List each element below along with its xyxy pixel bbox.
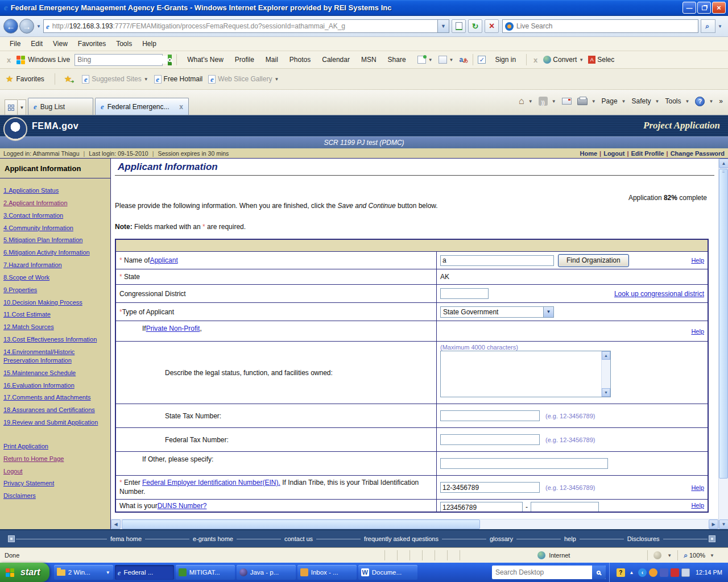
tray-display-icon[interactable]: [681, 568, 690, 577]
home-icon[interactable]: ⌂: [519, 96, 524, 106]
disclaimers-link[interactable]: Disclaimers: [3, 492, 107, 500]
fema-brand[interactable]: FEMA.gov: [32, 121, 78, 131]
footer-glossary-link[interactable]: glossary: [487, 535, 515, 542]
zoom-dropdown[interactable]: ▼: [710, 553, 714, 558]
minimize-button[interactable]: —: [682, 2, 696, 14]
quick-tabs-button[interactable]: [5, 99, 18, 115]
web-slice-gallery-link[interactable]: Web Slice Gallery: [218, 75, 272, 83]
find-organization-button[interactable]: Find Organization: [558, 254, 629, 267]
suggested-sites-dropdown[interactable]: ▼: [144, 77, 148, 82]
search-desktop-input[interactable]: [492, 568, 592, 576]
logout-link[interactable]: Logout: [3, 467, 107, 476]
tools-menu[interactable]: Tools▼: [665, 97, 689, 105]
web-slice-dropdown[interactable]: ▼: [274, 77, 279, 82]
compatibility-view-button[interactable]: [452, 19, 466, 33]
toolbar-close-icon-2[interactable]: x: [533, 56, 537, 64]
live-search-box[interactable]: [502, 19, 698, 33]
nav-logout-link[interactable]: Logout: [603, 150, 624, 157]
form-fill-icon[interactable]: ✓: [478, 56, 486, 64]
restore-button[interactable]: [697, 2, 711, 14]
link-whats-new[interactable]: What's New: [181, 56, 229, 64]
tray-help-icon[interactable]: ?: [617, 568, 625, 577]
tab-bug-list[interactable]: e Bug List: [28, 98, 93, 115]
help-link[interactable]: Help: [691, 484, 704, 491]
refresh-button[interactable]: ↻: [468, 19, 482, 33]
map-icon[interactable]: [417, 56, 426, 64]
scroll-right-icon[interactable]: ▶: [709, 519, 718, 529]
bing-search-box[interactable]: [75, 54, 163, 66]
protected-mode-dropdown[interactable]: ▼: [667, 553, 672, 558]
live-search-input[interactable]: [516, 22, 696, 30]
translate-icon[interactable]: aあ: [459, 56, 468, 64]
menu-edit[interactable]: Edit: [26, 38, 48, 49]
stop-button[interactable]: ×: [485, 19, 499, 33]
congressional-district-input[interactable]: [440, 288, 489, 299]
state-tax-input[interactable]: [440, 410, 540, 421]
tray-bluetooth-icon[interactable]: [671, 568, 679, 577]
free-hotmail-link[interactable]: Free Hotmail: [164, 75, 203, 83]
legal-status-textarea[interactable]: ▲ ▼: [440, 351, 611, 397]
search-desktop-box[interactable]: [492, 566, 606, 579]
close-button[interactable]: ×: [712, 2, 726, 14]
link-share[interactable]: Share: [382, 56, 412, 64]
feeds-icon[interactable]: )): [539, 97, 548, 106]
back-button[interactable]: ←: [3, 19, 18, 34]
sidebar-item-mitigation-plan[interactable]: 5.Mitigation Plan Information: [3, 236, 107, 244]
footer-egrants-home-link[interactable]: e-grants home: [191, 535, 235, 542]
sidebar-item-applicant-information[interactable]: 2.Applicant Information: [3, 199, 107, 207]
sidebar-item-mitigation-activity[interactable]: 6.Mitigation Activity Information: [3, 248, 107, 257]
tray-network-icon[interactable]: [660, 568, 668, 577]
taskbar-item-java[interactable]: Java - p...: [237, 565, 296, 580]
select-label[interactable]: Selec: [597, 56, 614, 64]
scroll-up-icon[interactable]: ▲: [719, 159, 728, 168]
sidebar-item-cost-effectiveness[interactable]: 13.Cost Effectiveness Information: [3, 335, 107, 344]
windows-live-label[interactable]: Windows Live: [28, 56, 70, 64]
toolbar-overflow-chevron[interactable]: »: [719, 97, 723, 105]
map-dropdown[interactable]: ▼: [428, 57, 433, 63]
menu-favorites[interactable]: Favorites: [73, 38, 111, 49]
sidebar-item-evaluation-information[interactable]: 16.Evaluation Information: [3, 381, 107, 390]
footer-help-link[interactable]: help: [562, 535, 578, 542]
sidebar-item-application-status[interactable]: 1.Application Status: [3, 186, 107, 195]
return-home-link[interactable]: Return to Home Page: [3, 455, 107, 463]
sidebar-item-cost-estimate[interactable]: 11.Cost Estimate: [3, 310, 107, 319]
taskbar-group-windows[interactable]: 2 Win... ▼: [54, 565, 113, 580]
nav-home-link[interactable]: Home: [580, 150, 598, 157]
scroll-down-icon[interactable]: ▼: [719, 519, 728, 529]
sidebar-item-decision-making[interactable]: 10.Decision Making Process: [3, 298, 107, 307]
taskbar-item-ie[interactable]: e Federal ...: [115, 565, 174, 580]
tray-hidden-icons-arrow[interactable]: ▲: [627, 568, 636, 577]
duns-suffix-input[interactable]: [531, 502, 599, 513]
forward-button[interactable]: →: [19, 19, 34, 34]
bing-search-input[interactable]: [75, 56, 168, 64]
nav-change-password-link[interactable]: Change Password: [671, 150, 725, 157]
search-options-dropdown[interactable]: ▼: [718, 24, 722, 29]
help-dropdown[interactable]: ▼: [709, 99, 713, 104]
print-dropdown[interactable]: ▼: [592, 99, 596, 104]
footer-contact-us-link[interactable]: contact us: [282, 535, 315, 542]
sidebar-item-comments-attachments[interactable]: 17.Comments and Attachments: [3, 393, 107, 402]
taskbar-item-inbox[interactable]: Inbox - ...: [297, 565, 357, 580]
convert-dropdown[interactable]: ▼: [579, 57, 584, 63]
horizontal-scroll-thumb[interactable]: [122, 519, 480, 529]
horizontal-scrollbar[interactable]: ◀ ▶: [111, 519, 718, 529]
sidebar-item-maintenance-schedule[interactable]: 15.Maintenance Schedule: [3, 369, 107, 377]
tray-clock-icon[interactable]: [649, 568, 657, 577]
sidebar-item-properties[interactable]: 9.Properties: [3, 286, 107, 294]
url-box[interactable]: e http://192.168.3.193:7777/FEMAMitigati…: [43, 19, 438, 33]
type-of-applicant-select[interactable]: State Government ▼: [440, 306, 554, 318]
vertical-scroll-thumb[interactable]: ≡: [719, 169, 728, 479]
feed-icon[interactable]: [439, 56, 447, 64]
menu-help[interactable]: Help: [137, 38, 162, 49]
start-button[interactable]: start: [0, 563, 49, 582]
nav-edit-profile-link[interactable]: Edit Profile: [631, 150, 664, 157]
menu-tools[interactable]: Tools: [111, 38, 137, 49]
tab-federal-emergency[interactable]: e Federal Emergenc... x: [95, 98, 189, 115]
tab-close-icon[interactable]: x: [179, 103, 183, 111]
help-link[interactable]: Help: [691, 257, 704, 264]
scroll-down-icon[interactable]: ▼: [602, 388, 610, 397]
privacy-statement-link[interactable]: Privacy Statement: [3, 479, 107, 488]
feed-dropdown[interactable]: ▼: [449, 57, 454, 63]
scroll-left-icon[interactable]: ◀: [111, 519, 121, 529]
taskbar-item-mitigation[interactable]: MITIGAT...: [176, 565, 235, 580]
